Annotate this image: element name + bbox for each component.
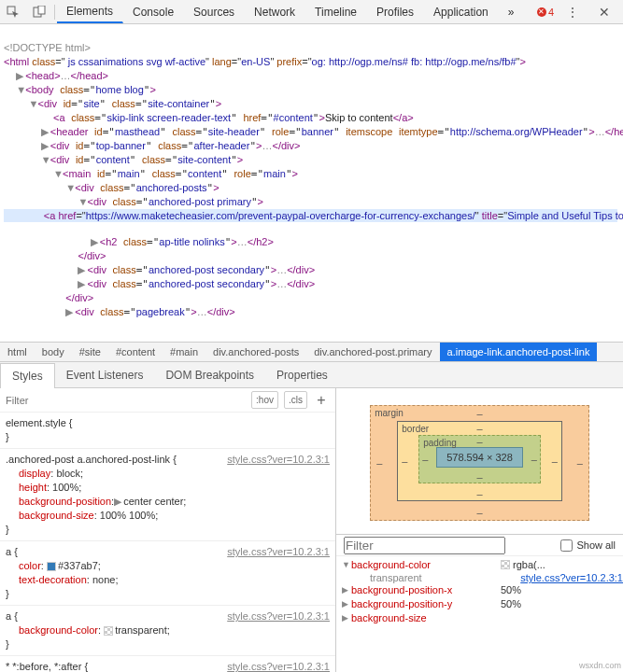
lower-panels: :hov .cls + element.style {} style.css?v… [0,388,623,672]
tab-sources[interactable]: Sources [184,0,245,23]
rule-universal[interactable]: style.css?ver=10.2.3:1 * *:before, *:aft… [0,656,335,672]
computed-row[interactable]: ▶background-position-y50% [336,597,623,611]
tab-overflow[interactable]: » [499,0,525,23]
crumb-content[interactable]: #content [108,343,163,361]
source-link[interactable]: style.css?ver=10.2.3:1 [227,453,330,467]
new-rule-button[interactable]: + [313,393,330,407]
tab-timeline[interactable]: Timeline [305,0,367,23]
color-swatch[interactable] [47,562,56,571]
toolbar-right: ✕4 ⋮ ✕ [537,0,623,24]
toolbar-tabs: Elements Console Sources Network Timelin… [57,0,537,23]
computed-row[interactable]: ▶background-size [336,611,623,625]
crumb-anchored-post-primary[interactable]: div.anchored-post.primary [306,343,439,361]
source-link[interactable]: style.css?ver=10.2.3:1 [227,609,330,623]
error-badge[interactable]: ✕4 [537,7,554,18]
side-pane: margin – – – – border – – – – padding – … [336,388,623,672]
itab-dom-breakpoints[interactable]: DOM Breakpoints [154,362,265,387]
crumb-html[interactable]: html [0,343,35,361]
computed-sub[interactable]: transparent style.css?ver=10.2.3:1 [336,572,623,583]
svg-rect-2 [38,6,45,14]
tab-application[interactable]: Application [424,0,499,23]
computed-row[interactable]: ▶background-position-x50% [336,583,623,597]
crumb-site[interactable]: #site [72,343,108,361]
rule-a-bg[interactable]: style.css?ver=10.2.3:1 a { background-co… [0,606,335,656]
styles-pane[interactable]: :hov .cls + element.style {} style.css?v… [0,388,336,672]
inspect-icon[interactable] [0,0,26,24]
itab-properties[interactable]: Properties [265,362,339,387]
itab-styles[interactable]: Styles [0,363,55,388]
hov-toggle[interactable]: :hov [251,391,278,409]
computed-filter-input[interactable] [344,537,505,554]
source-link[interactable]: style.css?ver=10.2.3:1 [227,660,330,672]
source-link[interactable]: style.css?ver=10.2.3:1 [227,545,330,559]
itab-event-listeners[interactable]: Event Listeners [55,362,155,387]
menu-icon[interactable]: ⋮ [559,0,586,24]
sidebar-tabs: Styles Event Listeners DOM Breakpoints P… [0,362,623,388]
source-link[interactable]: style.css?ver=10.2.3:1 [520,572,623,583]
device-icon[interactable] [26,0,52,24]
computed-row[interactable]: ▼background-color rgba(... [336,558,623,572]
selected-element[interactable]: <a href="https://www.maketecheasier.com/… [4,209,617,222]
elements-panel[interactable]: <!DOCTYPE html> <html class=" js cssanim… [0,24,623,342]
rule-anchored-post-link[interactable]: style.css?ver=10.2.3:1 .anchored-post a.… [0,449,335,541]
box-model-content: 578.594 × 328 [436,447,523,468]
tab-elements[interactable]: Elements [57,0,123,23]
breadcrumb: html body #site #content #main div.ancho… [0,342,623,362]
color-swatch[interactable] [104,626,113,636]
toolbar-divider [54,5,55,20]
cls-toggle[interactable]: .cls [284,391,307,409]
tab-profiles[interactable]: Profiles [367,0,424,23]
close-icon[interactable]: ✕ [591,0,617,24]
styles-filter-input[interactable] [6,395,99,406]
rule-element-style[interactable]: element.style {} [0,413,335,449]
styles-filter-bar: :hov .cls + [0,388,335,413]
watermark: wsxdn.com [579,661,621,670]
computed-list[interactable]: ▼background-color rgba(... transparent s… [336,556,623,672]
devtools-toolbar: Elements Console Sources Network Timelin… [0,0,623,24]
crumb-anchored-posts[interactable]: div.anchored-posts [205,343,306,361]
crumb-body[interactable]: body [35,343,72,361]
tab-network[interactable]: Network [245,0,305,23]
show-all-checkbox[interactable]: Show all [560,539,616,552]
rule-a-color[interactable]: style.css?ver=10.2.3:1 a { color: #337ab… [0,541,335,606]
computed-filter-bar: Show all [336,534,623,556]
crumb-selected[interactable]: a.image-link.anchored-post-link [440,343,598,361]
doctype: <!DOCTYPE html> [4,42,91,53]
tab-console[interactable]: Console [123,0,184,23]
crumb-main[interactable]: #main [163,343,205,361]
box-model[interactable]: margin – – – – border – – – – padding – … [336,388,623,534]
